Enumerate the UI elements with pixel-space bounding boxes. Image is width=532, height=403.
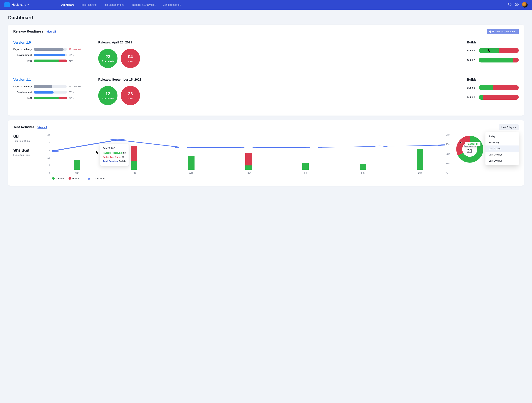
donut-tooltip: Passed: 14 (465, 142, 481, 146)
tab-configurations[interactable]: Configurations ▾ (163, 3, 181, 6)
range-option[interactable]: Last 7 days (485, 145, 519, 152)
chart-column[interactable]: Thur (223, 135, 273, 174)
builds-column: Builds Build 1 Build 2 (467, 78, 519, 105)
progress-line: Test 75% (13, 59, 91, 62)
chevron-down-icon: ▼ (27, 4, 29, 6)
page-title: Dashboard (8, 15, 524, 20)
build-line: Build 1 Passed: 50% (467, 48, 519, 53)
progress-bar[interactable] (34, 48, 67, 51)
progress-bar[interactable] (34, 54, 67, 56)
total-runs-value: 08 (13, 133, 41, 139)
build-line: Build 2 (467, 58, 519, 63)
chevron-down-icon: ▾ (515, 126, 516, 128)
version-link[interactable]: Version 1.0 (13, 41, 91, 45)
progress-bar[interactable] (34, 91, 67, 94)
progress-line: Development 95% (13, 54, 91, 56)
jira-diamond-icon (489, 30, 492, 33)
build-line: Build 2 (467, 95, 519, 100)
release-center: Release: April 26, 2021 23Total defects … (98, 41, 460, 68)
build-line: Build 1 (467, 85, 519, 90)
build-pill[interactable] (479, 95, 519, 100)
execution-time-value: 9m 36s (13, 148, 41, 153)
builds-column: Builds Build 1 Passed: 50% Build 2 (467, 41, 519, 68)
progress-line: Test 75% (13, 97, 91, 99)
tab-test-planning[interactable]: Test Planning (81, 3, 96, 6)
chart-column[interactable]: Sun (395, 135, 445, 174)
stats-column: 08 Total Test Runs 9m 36s Execution Time (13, 133, 41, 162)
release-left: Version 1.0 Days to delivery 12 days lef… (13, 41, 91, 68)
chevron-down-icon: ▾ (180, 4, 181, 6)
major-defects-circle[interactable]: 26Major (121, 86, 140, 105)
release-left: Version 1.1 Days to delivery 44 days lef… (13, 78, 91, 105)
execution-time-label: Execution Time (13, 154, 41, 156)
progress-bar[interactable] (34, 59, 67, 62)
app-logo-icon: T (4, 2, 10, 7)
build-pill[interactable] (479, 58, 519, 63)
major-defects-circle[interactable]: 04Major (121, 49, 140, 68)
enable-jira-button[interactable]: Enable Jira integration (487, 29, 519, 34)
range-option[interactable]: Last 28 days (485, 152, 519, 158)
tab-dashboard[interactable]: Dashboard (61, 3, 74, 6)
chevron-down-icon: ▾ (155, 4, 156, 6)
range-option[interactable]: Last 90 days (485, 158, 519, 164)
total-defects-circle[interactable]: 23Total defects (98, 49, 117, 68)
release-center: Release: September 15, 2021 12Total defe… (98, 78, 460, 105)
build-pill[interactable] (479, 85, 519, 90)
test-activities-title: Test Activites (13, 125, 35, 129)
view-all-link[interactable]: View all (46, 30, 56, 33)
tab-test-management[interactable]: Test Management ▾ (103, 3, 125, 6)
build-pill[interactable]: Passed: 50% (479, 48, 519, 53)
donut-test-results[interactable]: Test Results 21 Passed: 14 (456, 135, 484, 164)
date-range-selector[interactable]: Last 7 days ▾ TodayYesterdayLast 7 daysL… (499, 124, 519, 130)
test-activities-card: Test Activites View all Last 7 days ▾ To… (8, 120, 524, 186)
chart-column[interactable]: Web (166, 135, 216, 174)
chevron-down-icon: ▾ (125, 4, 126, 6)
progress-bar[interactable] (34, 85, 67, 88)
project-switcher[interactable]: Healthcare ▼ (12, 3, 29, 6)
nav-tabs: Dashboard Test Planning Test Management … (61, 3, 181, 6)
chart-legend: Passed Failed Duration (52, 177, 452, 180)
version-link[interactable]: Version 1.1 (13, 78, 91, 82)
activity-chart[interactable]: 2520151050 30m25m20m15m0m Mon Tue Web Th… (45, 133, 452, 180)
svg-point-0 (516, 4, 517, 5)
project-name: Healthcare (12, 3, 26, 6)
progress-line: Days to delivery 44 days left (13, 85, 91, 88)
release-readiness-title: Release Readiness (13, 30, 43, 33)
release-readiness-card: Release Readiness View all Enable Jira i… (8, 25, 524, 116)
range-option[interactable]: Yesterday (485, 139, 519, 145)
history-icon[interactable] (508, 3, 512, 7)
tab-reports-analytics[interactable]: Reports & Analytics ▾ (132, 3, 156, 6)
range-option[interactable]: Today (485, 133, 519, 139)
chart-tooltip: Feb 23, 202 Passed Test Runs: 03 Failed … (100, 144, 129, 166)
release-row: Version 1.1 Days to delivery 44 days lef… (13, 73, 519, 110)
progress-line: Days to delivery 12 days left (13, 48, 91, 51)
progress-bar[interactable] (34, 97, 67, 99)
avatar[interactable] (522, 2, 528, 7)
top-nav: T Healthcare ▼ Dashboard Test Planning T… (0, 0, 532, 10)
gear-icon[interactable] (515, 3, 519, 7)
activities-view-all-link[interactable]: View all (38, 126, 47, 129)
release-row: Version 1.0 Days to delivery 12 days lef… (13, 38, 519, 73)
nav-right (508, 2, 528, 7)
chart-column[interactable]: Sat (338, 135, 387, 174)
date-range-menu: TodayYesterdayLast 7 daysLast 28 daysLas… (485, 132, 519, 165)
chart-column[interactable]: Mon (52, 135, 102, 174)
total-runs-label: Total Test Runs (13, 140, 41, 142)
progress-line: Development 60% (13, 91, 91, 94)
chart-column[interactable]: Fri (281, 135, 330, 174)
total-defects-circle[interactable]: 12Total defects (98, 86, 117, 105)
